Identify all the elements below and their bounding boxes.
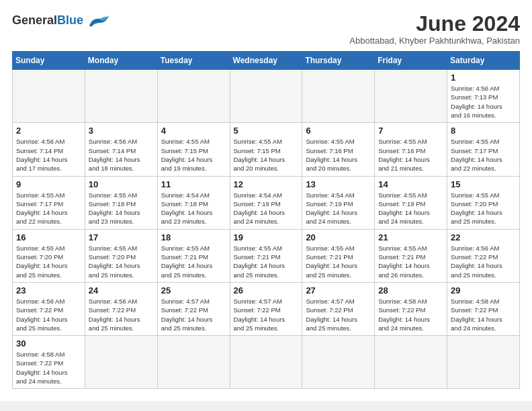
col-monday: Monday xyxy=(85,52,157,70)
col-saturday: Saturday xyxy=(447,52,520,70)
table-row: 20Sunrise: 4:55 AM Sunset: 7:21 PM Dayli… xyxy=(302,229,375,282)
day-number: 4 xyxy=(161,126,226,136)
day-info: Sunrise: 4:54 AM Sunset: 7:19 PM Dayligh… xyxy=(306,191,371,226)
table-row xyxy=(85,336,157,389)
day-number: 26 xyxy=(234,285,299,295)
table-row: 23Sunrise: 4:56 AM Sunset: 7:22 PM Dayli… xyxy=(13,282,85,335)
day-info: Sunrise: 4:55 AM Sunset: 7:21 PM Dayligh… xyxy=(306,244,371,279)
col-friday: Friday xyxy=(375,52,447,70)
table-row: 8Sunrise: 4:55 AM Sunset: 7:17 PM Daylig… xyxy=(447,123,520,176)
table-row xyxy=(230,336,302,389)
table-row: 15Sunrise: 4:55 AM Sunset: 7:20 PM Dayli… xyxy=(447,176,520,229)
day-info: Sunrise: 4:55 AM Sunset: 7:19 PM Dayligh… xyxy=(378,191,443,226)
day-info: Sunrise: 4:57 AM Sunset: 7:22 PM Dayligh… xyxy=(306,297,371,332)
day-number: 2 xyxy=(16,126,81,136)
day-number: 1 xyxy=(451,73,516,83)
calendar-week-row: 16Sunrise: 4:55 AM Sunset: 7:20 PM Dayli… xyxy=(13,229,520,282)
day-info: Sunrise: 4:57 AM Sunset: 7:22 PM Dayligh… xyxy=(234,297,299,332)
header: GeneralBlue June 2024 Abbottabad, Khyber… xyxy=(12,12,520,46)
day-number: 16 xyxy=(16,232,81,242)
day-info: Sunrise: 4:58 AM Sunset: 7:22 PM Dayligh… xyxy=(16,350,81,385)
col-tuesday: Tuesday xyxy=(157,52,230,70)
day-number: 13 xyxy=(306,179,371,189)
day-info: Sunrise: 4:55 AM Sunset: 7:16 PM Dayligh… xyxy=(378,137,443,173)
table-row: 22Sunrise: 4:56 AM Sunset: 7:22 PM Dayli… xyxy=(447,229,520,282)
table-row xyxy=(302,336,375,389)
table-row: 30Sunrise: 4:58 AM Sunset: 7:22 PM Dayli… xyxy=(13,336,85,389)
day-number: 19 xyxy=(234,232,299,242)
day-info: Sunrise: 4:54 AM Sunset: 7:18 PM Dayligh… xyxy=(161,191,226,226)
day-info: Sunrise: 4:58 AM Sunset: 7:22 PM Dayligh… xyxy=(451,297,516,332)
day-info: Sunrise: 4:55 AM Sunset: 7:15 PM Dayligh… xyxy=(161,137,226,173)
table-row xyxy=(157,70,230,123)
day-number: 14 xyxy=(378,179,443,189)
day-info: Sunrise: 4:56 AM Sunset: 7:22 PM Dayligh… xyxy=(89,297,154,332)
day-info: Sunrise: 4:58 AM Sunset: 7:22 PM Dayligh… xyxy=(378,297,443,332)
location-subtitle: Abbottabad, Khyber Pakhtunkhwa, Pakistan xyxy=(349,36,520,46)
day-info: Sunrise: 4:56 AM Sunset: 7:13 PM Dayligh… xyxy=(451,84,516,120)
table-row: 19Sunrise: 4:55 AM Sunset: 7:21 PM Dayli… xyxy=(230,229,302,282)
day-info: Sunrise: 4:56 AM Sunset: 7:22 PM Dayligh… xyxy=(16,297,81,332)
day-number: 3 xyxy=(89,126,154,136)
table-row xyxy=(302,70,375,123)
day-number: 6 xyxy=(306,126,371,136)
day-number: 5 xyxy=(234,126,299,136)
calendar-week-row: 23Sunrise: 4:56 AM Sunset: 7:22 PM Dayli… xyxy=(13,282,520,335)
day-number: 21 xyxy=(378,232,443,242)
table-row: 3Sunrise: 4:56 AM Sunset: 7:14 PM Daylig… xyxy=(85,123,157,176)
calendar-week-row: 9Sunrise: 4:55 AM Sunset: 7:17 PM Daylig… xyxy=(13,176,520,229)
day-info: Sunrise: 4:55 AM Sunset: 7:21 PM Dayligh… xyxy=(234,244,299,279)
day-number: 28 xyxy=(378,285,443,295)
day-info: Sunrise: 4:55 AM Sunset: 7:15 PM Dayligh… xyxy=(234,137,299,173)
calendar-week-row: 1Sunrise: 4:56 AM Sunset: 7:13 PM Daylig… xyxy=(13,70,520,123)
calendar-page: GeneralBlue June 2024 Abbottabad, Khyber… xyxy=(0,0,532,401)
logo-bird-icon xyxy=(86,13,112,28)
table-row xyxy=(230,70,302,123)
month-title: June 2024 xyxy=(349,12,520,36)
day-number: 10 xyxy=(89,179,154,189)
day-number: 9 xyxy=(16,179,81,189)
day-number: 7 xyxy=(378,126,443,136)
day-info: Sunrise: 4:55 AM Sunset: 7:16 PM Dayligh… xyxy=(306,137,371,173)
table-row xyxy=(447,336,520,389)
table-row: 14Sunrise: 4:55 AM Sunset: 7:19 PM Dayli… xyxy=(375,176,447,229)
table-row: 4Sunrise: 4:55 AM Sunset: 7:15 PM Daylig… xyxy=(157,123,230,176)
table-row: 13Sunrise: 4:54 AM Sunset: 7:19 PM Dayli… xyxy=(302,176,375,229)
table-row xyxy=(13,70,85,123)
day-info: Sunrise: 4:55 AM Sunset: 7:20 PM Dayligh… xyxy=(451,191,516,226)
table-row: 21Sunrise: 4:55 AM Sunset: 7:21 PM Dayli… xyxy=(375,229,447,282)
calendar-week-row: 30Sunrise: 4:58 AM Sunset: 7:22 PM Dayli… xyxy=(13,336,520,389)
day-number: 17 xyxy=(89,232,154,242)
table-row: 7Sunrise: 4:55 AM Sunset: 7:16 PM Daylig… xyxy=(375,123,447,176)
day-info: Sunrise: 4:54 AM Sunset: 7:19 PM Dayligh… xyxy=(234,191,299,226)
col-sunday: Sunday xyxy=(13,52,85,70)
day-number: 18 xyxy=(161,232,226,242)
day-number: 30 xyxy=(16,338,81,349)
day-number: 29 xyxy=(451,285,516,295)
table-row: 26Sunrise: 4:57 AM Sunset: 7:22 PM Dayli… xyxy=(230,282,302,335)
calendar-header-row: Sunday Monday Tuesday Wednesday Thursday… xyxy=(13,52,520,70)
day-number: 12 xyxy=(234,179,299,189)
day-info: Sunrise: 4:56 AM Sunset: 7:22 PM Dayligh… xyxy=(451,244,516,279)
logo-blue: Blue xyxy=(57,13,83,27)
table-row: 28Sunrise: 4:58 AM Sunset: 7:22 PM Dayli… xyxy=(375,282,447,335)
day-info: Sunrise: 4:55 AM Sunset: 7:21 PM Dayligh… xyxy=(378,244,443,279)
day-number: 20 xyxy=(306,232,371,242)
table-row: 10Sunrise: 4:55 AM Sunset: 7:18 PM Dayli… xyxy=(85,176,157,229)
day-number: 27 xyxy=(306,285,371,295)
table-row: 27Sunrise: 4:57 AM Sunset: 7:22 PM Dayli… xyxy=(302,282,375,335)
table-row: 9Sunrise: 4:55 AM Sunset: 7:17 PM Daylig… xyxy=(13,176,85,229)
table-row: 12Sunrise: 4:54 AM Sunset: 7:19 PM Dayli… xyxy=(230,176,302,229)
day-number: 24 xyxy=(89,285,154,295)
table-row xyxy=(375,336,447,389)
table-row: 2Sunrise: 4:56 AM Sunset: 7:14 PM Daylig… xyxy=(13,123,85,176)
day-info: Sunrise: 4:55 AM Sunset: 7:20 PM Dayligh… xyxy=(16,244,81,279)
col-wednesday: Wednesday xyxy=(230,52,302,70)
day-number: 11 xyxy=(161,179,226,189)
table-row xyxy=(375,70,447,123)
day-info: Sunrise: 4:56 AM Sunset: 7:14 PM Dayligh… xyxy=(89,137,154,173)
table-row: 5Sunrise: 4:55 AM Sunset: 7:15 PM Daylig… xyxy=(230,123,302,176)
day-info: Sunrise: 4:55 AM Sunset: 7:21 PM Dayligh… xyxy=(161,244,226,279)
logo: GeneralBlue xyxy=(12,12,112,28)
title-area: June 2024 Abbottabad, Khyber Pakhtunkhwa… xyxy=(349,12,520,46)
